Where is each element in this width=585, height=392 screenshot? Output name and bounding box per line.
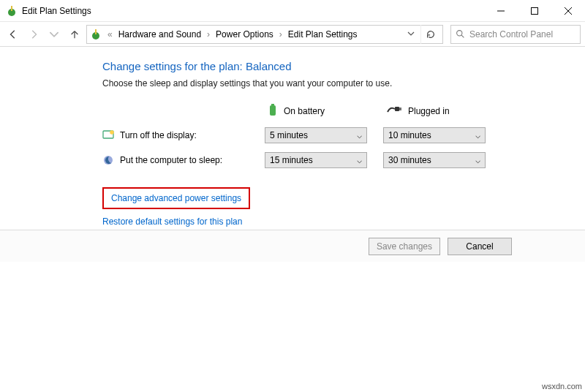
row-label-text: Put the computer to sleep: — [120, 155, 222, 165]
row-label-text: Turn off the display: — [120, 130, 197, 140]
refresh-button[interactable] — [420, 25, 439, 44]
chevron-down-icon: ⌵ — [357, 130, 362, 140]
content-area: Change settings for the plan: Balanced C… — [0, 47, 585, 227]
footer-bar: Save changes Cancel — [0, 230, 585, 262]
row-sleep-label: Put the computer to sleep: — [102, 154, 249, 166]
watermark: wsxdn.com — [542, 382, 582, 391]
search-icon — [456, 29, 465, 39]
nav-bar: « Hardware and Sound › Power Options › E… — [0, 22, 585, 47]
breadcrumb-item[interactable]: Power Options — [213, 28, 276, 41]
power-options-icon — [90, 29, 102, 40]
page-subheading: Choose the sleep and display settings th… — [102, 78, 556, 88]
svg-rect-10 — [270, 105, 276, 116]
search-input[interactable]: Search Control Panel — [450, 25, 581, 44]
row-display-label: Turn off the display: — [102, 129, 249, 141]
sleep-battery-select[interactable]: 15 minutes⌵ — [265, 152, 367, 168]
window-title: Edit Plan Settings — [22, 6, 484, 16]
display-battery-select[interactable]: 5 minutes⌵ — [265, 127, 367, 143]
chevron-right-icon[interactable]: › — [205, 29, 211, 39]
address-bar[interactable]: « Hardware and Sound › Power Options › E… — [86, 25, 443, 44]
back-button[interactable] — [4, 26, 22, 43]
column-header-plugged: Plugged in — [383, 105, 486, 117]
recent-dropdown-icon[interactable] — [45, 26, 63, 43]
close-button[interactable] — [551, 0, 585, 22]
sleep-plugged-select[interactable]: 30 minutes⌵ — [383, 152, 486, 168]
title-bar: Edit Plan Settings — [0, 0, 585, 22]
column-label: On battery — [284, 106, 325, 116]
column-label: Plugged in — [408, 106, 450, 116]
chevron-down-icon: ⌵ — [475, 155, 480, 165]
moon-icon — [102, 154, 114, 166]
svg-rect-12 — [395, 107, 399, 111]
chevron-left-icon[interactable]: « — [106, 29, 114, 39]
search-placeholder: Search Control Panel — [469, 29, 553, 39]
chevron-down-icon: ⌵ — [357, 155, 362, 165]
restore-defaults-link[interactable]: Restore default settings for this plan — [102, 216, 556, 227]
minimize-button[interactable] — [484, 0, 518, 22]
svg-rect-11 — [271, 104, 274, 106]
svg-rect-3 — [532, 8, 538, 15]
links-area: Change advanced power settings Restore d… — [102, 187, 556, 227]
svg-point-16 — [110, 130, 114, 135]
advanced-settings-link[interactable]: Change advanced power settings — [102, 187, 250, 209]
svg-point-8 — [457, 31, 462, 36]
svg-rect-7 — [95, 29, 97, 34]
up-button[interactable] — [66, 26, 83, 43]
chevron-right-icon[interactable]: › — [278, 29, 284, 39]
forward-button[interactable] — [25, 26, 42, 43]
svg-line-9 — [461, 35, 464, 37]
chevron-down-icon: ⌵ — [475, 130, 480, 140]
power-options-icon — [6, 5, 18, 17]
cancel-button[interactable]: Cancel — [448, 238, 512, 255]
save-button[interactable]: Save changes — [369, 238, 440, 255]
breadcrumb-item[interactable]: Hardware and Sound — [116, 28, 204, 41]
maximize-button[interactable] — [518, 0, 551, 22]
window-controls — [484, 0, 585, 21]
plug-icon — [386, 105, 402, 117]
column-header-battery: On battery — [265, 103, 367, 118]
page-heading: Change settings for the plan: Balanced — [102, 60, 556, 72]
breadcrumb-item[interactable]: Edit Plan Settings — [285, 28, 361, 41]
address-dropdown-icon[interactable] — [404, 29, 418, 39]
battery-icon — [268, 103, 278, 118]
svg-rect-1 — [11, 6, 12, 11]
settings-grid: On battery Plugged in Turn off the displ… — [102, 103, 556, 168]
monitor-icon — [102, 129, 114, 141]
display-plugged-select[interactable]: 10 minutes⌵ — [383, 127, 486, 143]
